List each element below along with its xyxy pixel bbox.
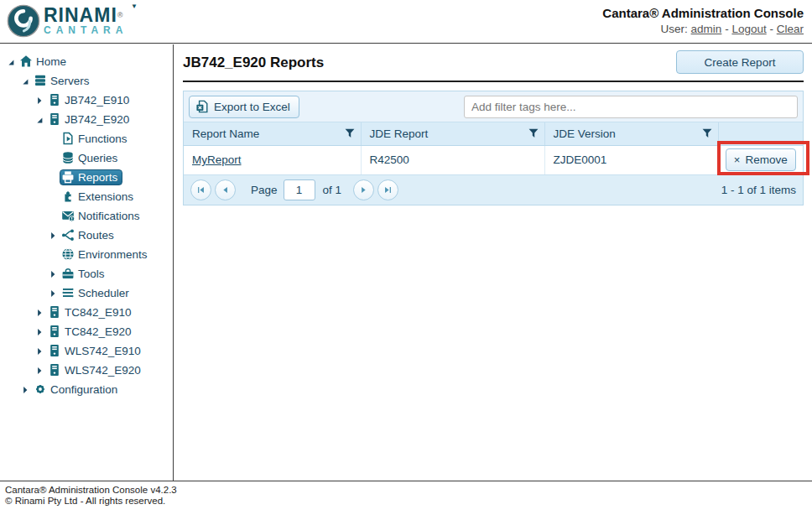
expand-caret-icon[interactable] — [32, 113, 46, 127]
top-header: RINAMI® ▼ CANTARA Cantara® Administratio… — [0, 0, 812, 44]
server-icon — [48, 112, 62, 127]
cell-jde-report: R42500 — [361, 145, 544, 174]
tree-item-configuration[interactable]: Configuration — [0, 380, 173, 399]
filter-funnel-icon[interactable] — [701, 127, 713, 139]
tree-item-jb742-e910[interactable]: JB742_E910 — [0, 91, 173, 110]
expand-caret-icon[interactable] — [45, 268, 60, 281]
logo-registered-mark: ® — [117, 11, 124, 19]
tools-icon — [61, 267, 75, 281]
export-to-excel-button[interactable]: Export to Excel — [189, 96, 299, 118]
tree-item-environments[interactable]: Environments — [0, 245, 173, 264]
first-page-button[interactable] — [190, 179, 211, 200]
user-label: User: — [661, 23, 688, 35]
tree-item-routes[interactable]: Routes — [0, 226, 173, 245]
logo-subbrand: CANTARA — [44, 24, 128, 36]
tree-item-jb742-e920[interactable]: JB742_E920 — [0, 110, 173, 129]
expand-caret-icon[interactable] — [45, 287, 60, 300]
tree-item-tc842-e920[interactable]: TC842_E920 — [0, 322, 173, 341]
column-header-jde-report[interactable]: JDE Report — [361, 122, 544, 145]
expand-caret-icon[interactable] — [32, 364, 46, 377]
expand-caret-icon[interactable] — [32, 94, 46, 107]
extensions-icon — [61, 190, 75, 204]
tree-item-reports[interactable]: Reports — [0, 168, 173, 187]
cell-jde-version: ZJDE0001 — [544, 145, 718, 174]
column-header-actions — [718, 122, 803, 145]
page-number-input[interactable] — [284, 179, 315, 200]
expand-caret-icon[interactable] — [18, 75, 32, 88]
clear-link[interactable]: Clear — [777, 23, 804, 35]
logo-accent: ▼ — [131, 3, 138, 10]
remove-button[interactable]: × Remove — [726, 148, 796, 171]
notifications-icon — [61, 209, 75, 223]
logo-brand: RINAMI® — [44, 6, 128, 24]
footer-copyright-line: © Rinami Pty Ltd - All rights reserved. — [5, 496, 812, 507]
column-header-report-name[interactable]: Report Name — [184, 122, 361, 145]
filter-funnel-icon[interactable] — [528, 127, 539, 139]
page-title: JB742_E920 Reports — [183, 50, 324, 71]
app-window: RINAMI® ▼ CANTARA Cantara® Administratio… — [0, 0, 812, 520]
tree-item-wls742-e920[interactable]: WLS742_E920 — [0, 361, 173, 380]
tree-item-tools[interactable]: Tools — [0, 264, 173, 283]
create-report-button[interactable]: Create Report — [676, 50, 804, 74]
last-page-button[interactable] — [377, 179, 398, 200]
column-header-jde-version[interactable]: JDE Version — [544, 122, 718, 145]
grid-toolbar: Export to Excel — [184, 91, 803, 122]
tree-item-queries[interactable]: Queries — [0, 148, 173, 168]
table-header-row: Report Name JDE Report JDE Version — [184, 122, 803, 145]
server-icon — [48, 305, 62, 320]
table-row: MyReport R42500 ZJDE0001 × Remove — [184, 145, 803, 174]
selected-tree-node[interactable]: Reports — [60, 169, 122, 185]
cell-report-name: MyReport — [184, 145, 361, 174]
rinami-swirl-icon — [7, 4, 40, 38]
title-divider — [183, 81, 804, 82]
tree-item-wls742-e910[interactable]: WLS742_E910 — [0, 341, 173, 361]
queries-icon — [61, 151, 75, 165]
items-count-info: 1 - 1 of 1 items — [721, 184, 796, 196]
page-label: Page — [251, 184, 278, 196]
excel-file-icon — [195, 100, 209, 113]
app-title: Cantara® Administration Console — [602, 6, 804, 20]
tree-item-scheduler[interactable]: Scheduler — [0, 283, 173, 303]
server-icon — [48, 93, 62, 107]
tree-item-home[interactable]: Home — [0, 52, 173, 71]
tree-item-extensions[interactable]: Extensions — [0, 187, 173, 206]
main-content: JB742_E920 Reports Create Report Export … — [174, 44, 812, 481]
rinami-cantara-logo: RINAMI® ▼ CANTARA — [7, 4, 128, 38]
environments-icon — [61, 247, 75, 262]
tree-item-notifications[interactable]: Notifications — [0, 206, 173, 226]
expand-caret-icon[interactable] — [32, 345, 46, 358]
next-page-button[interactable] — [353, 179, 374, 200]
navigation-tree: Home Servers JB742_E910 JB742_E920 Funct… — [0, 44, 174, 481]
filter-funnel-icon[interactable] — [344, 127, 356, 139]
reports-grid: Export to Excel Report Name JDE Report — [183, 91, 804, 205]
filter-tags-input[interactable] — [464, 96, 798, 118]
previous-page-button[interactable] — [215, 179, 236, 200]
scheduler-icon — [61, 286, 75, 300]
routes-icon — [61, 228, 75, 242]
functions-icon — [61, 132, 75, 146]
report-link-myreport[interactable]: MyReport — [192, 153, 242, 166]
reports-icon — [61, 170, 75, 185]
reports-table: Report Name JDE Report JDE Version MyRep… — [184, 122, 803, 175]
server-icon — [48, 363, 62, 377]
footer-version-line: Cantara® Administration Console v4.2.3 — [5, 485, 812, 496]
cell-actions: × Remove — [718, 145, 803, 174]
expand-caret-icon[interactable] — [32, 306, 46, 320]
tree-item-servers[interactable]: Servers — [0, 71, 173, 91]
user-bar: User: admin - Logout - Clear — [602, 23, 804, 35]
logout-link[interactable]: Logout — [731, 23, 766, 35]
user-admin-link[interactable]: admin — [691, 23, 722, 35]
expand-caret-icon[interactable] — [3, 55, 18, 69]
expand-caret-icon[interactable] — [32, 325, 46, 339]
configuration-icon — [34, 382, 48, 397]
remove-x-icon: × — [734, 153, 741, 166]
tree-item-functions[interactable]: Functions — [0, 129, 173, 148]
server-icon — [48, 344, 62, 358]
page-of-label: of 1 — [323, 184, 342, 196]
grid-pager: Page of 1 1 - 1 of 1 items — [184, 175, 803, 205]
home-icon — [19, 55, 34, 69]
tree-item-tc842-e910[interactable]: TC842_E910 — [0, 303, 173, 322]
expand-caret-icon[interactable] — [45, 229, 60, 242]
expand-caret-icon[interactable] — [18, 383, 32, 397]
servers-icon — [34, 74, 48, 88]
